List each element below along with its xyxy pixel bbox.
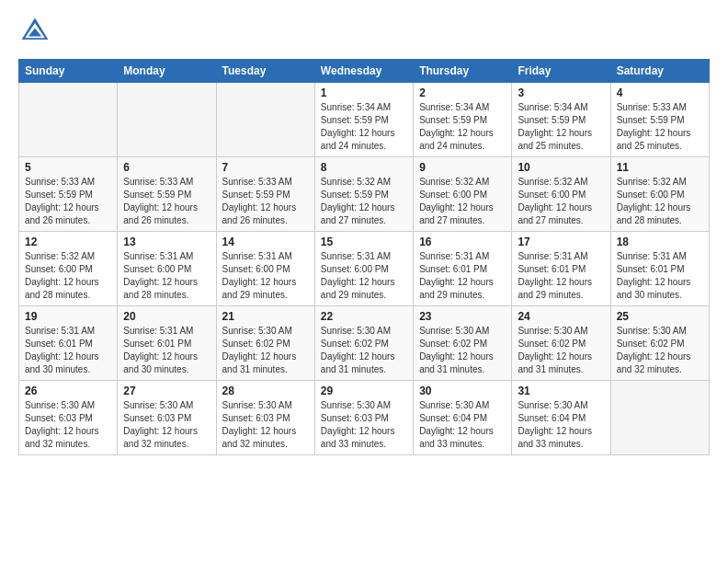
day-info: Sunrise: 5:30 AM Sunset: 6:03 PM Dayligh… bbox=[222, 399, 309, 451]
day-info: Sunrise: 5:30 AM Sunset: 6:03 PM Dayligh… bbox=[25, 399, 111, 451]
calendar-day-cell: 11Sunrise: 5:32 AM Sunset: 6:00 PM Dayli… bbox=[610, 157, 709, 232]
day-info: Sunrise: 5:33 AM Sunset: 5:59 PM Dayligh… bbox=[222, 176, 309, 227]
calendar-day-cell: 1Sunrise: 5:34 AM Sunset: 5:59 PM Daylig… bbox=[314, 83, 413, 157]
calendar-day-cell: 27Sunrise: 5:30 AM Sunset: 6:03 PM Dayli… bbox=[118, 381, 216, 455]
day-info: Sunrise: 5:30 AM Sunset: 6:02 PM Dayligh… bbox=[222, 325, 309, 376]
day-number: 6 bbox=[123, 161, 210, 174]
day-number: 24 bbox=[518, 310, 604, 323]
day-info: Sunrise: 5:30 AM Sunset: 6:02 PM Dayligh… bbox=[518, 325, 604, 376]
day-number: 29 bbox=[321, 385, 407, 397]
day-header-monday: Monday bbox=[118, 60, 216, 83]
day-number: 9 bbox=[419, 161, 506, 174]
day-number: 7 bbox=[222, 161, 309, 174]
day-info: Sunrise: 5:32 AM Sunset: 5:59 PM Dayligh… bbox=[321, 176, 407, 227]
day-info: Sunrise: 5:30 AM Sunset: 6:02 PM Dayligh… bbox=[419, 325, 506, 376]
day-info: Sunrise: 5:30 AM Sunset: 6:03 PM Dayligh… bbox=[123, 399, 210, 451]
calendar-empty-cell bbox=[19, 83, 118, 157]
day-number: 25 bbox=[617, 310, 703, 323]
day-header-saturday: Saturday bbox=[610, 60, 709, 83]
day-header-friday: Friday bbox=[512, 60, 610, 83]
calendar-week-row: 19Sunrise: 5:31 AM Sunset: 6:01 PM Dayli… bbox=[19, 306, 710, 381]
day-info: Sunrise: 5:32 AM Sunset: 6:00 PM Dayligh… bbox=[617, 176, 703, 227]
day-info: Sunrise: 5:31 AM Sunset: 6:01 PM Dayligh… bbox=[518, 250, 604, 302]
calendar-day-cell: 5Sunrise: 5:33 AM Sunset: 5:59 PM Daylig… bbox=[19, 157, 118, 232]
logo bbox=[18, 15, 53, 48]
calendar-day-cell: 26Sunrise: 5:30 AM Sunset: 6:03 PM Dayli… bbox=[19, 381, 118, 455]
calendar-week-row: 1Sunrise: 5:34 AM Sunset: 5:59 PM Daylig… bbox=[19, 83, 710, 157]
day-info: Sunrise: 5:33 AM Sunset: 5:59 PM Dayligh… bbox=[617, 101, 703, 153]
calendar-day-cell: 16Sunrise: 5:31 AM Sunset: 6:01 PM Dayli… bbox=[414, 232, 512, 306]
day-number: 5 bbox=[25, 161, 111, 174]
day-number: 16 bbox=[419, 236, 506, 248]
day-info: Sunrise: 5:31 AM Sunset: 6:00 PM Dayligh… bbox=[123, 250, 210, 302]
calendar-day-cell: 2Sunrise: 5:34 AM Sunset: 5:59 PM Daylig… bbox=[414, 83, 512, 157]
day-header-wednesday: Wednesday bbox=[314, 60, 413, 83]
day-number: 3 bbox=[518, 86, 604, 99]
day-info: Sunrise: 5:31 AM Sunset: 6:01 PM Dayligh… bbox=[617, 250, 703, 302]
day-number: 18 bbox=[617, 236, 703, 248]
day-info: Sunrise: 5:33 AM Sunset: 5:59 PM Dayligh… bbox=[123, 176, 210, 227]
day-info: Sunrise: 5:31 AM Sunset: 6:01 PM Dayligh… bbox=[123, 325, 210, 376]
calendar-day-cell: 28Sunrise: 5:30 AM Sunset: 6:03 PM Dayli… bbox=[216, 381, 314, 455]
calendar-day-cell: 19Sunrise: 5:31 AM Sunset: 6:01 PM Dayli… bbox=[19, 306, 118, 381]
day-number: 2 bbox=[419, 86, 506, 99]
day-number: 21 bbox=[222, 310, 309, 323]
day-number: 14 bbox=[222, 236, 309, 248]
calendar-day-cell: 10Sunrise: 5:32 AM Sunset: 6:00 PM Dayli… bbox=[512, 157, 610, 232]
calendar-table: SundayMondayTuesdayWednesdayThursdayFrid… bbox=[18, 59, 710, 455]
calendar-day-cell: 25Sunrise: 5:30 AM Sunset: 6:02 PM Dayli… bbox=[610, 306, 709, 381]
calendar-day-cell: 30Sunrise: 5:30 AM Sunset: 6:04 PM Dayli… bbox=[414, 381, 512, 455]
calendar-day-cell: 29Sunrise: 5:30 AM Sunset: 6:03 PM Dayli… bbox=[314, 381, 413, 455]
day-info: Sunrise: 5:33 AM Sunset: 5:59 PM Dayligh… bbox=[25, 176, 111, 227]
calendar-week-row: 26Sunrise: 5:30 AM Sunset: 6:03 PM Dayli… bbox=[19, 381, 710, 455]
day-info: Sunrise: 5:30 AM Sunset: 6:02 PM Dayligh… bbox=[321, 325, 407, 376]
day-number: 17 bbox=[518, 236, 604, 248]
calendar-day-cell: 31Sunrise: 5:30 AM Sunset: 6:04 PM Dayli… bbox=[512, 381, 610, 455]
day-header-thursday: Thursday bbox=[414, 60, 512, 83]
calendar-week-row: 12Sunrise: 5:32 AM Sunset: 6:00 PM Dayli… bbox=[19, 232, 710, 306]
calendar-header-row: SundayMondayTuesdayWednesdayThursdayFrid… bbox=[19, 60, 710, 83]
day-info: Sunrise: 5:32 AM Sunset: 6:00 PM Dayligh… bbox=[419, 176, 506, 227]
day-number: 31 bbox=[518, 385, 604, 397]
calendar-empty-cell bbox=[118, 83, 216, 157]
header bbox=[18, 15, 710, 48]
day-number: 1 bbox=[321, 86, 407, 99]
day-number: 8 bbox=[321, 161, 407, 174]
day-info: Sunrise: 5:30 AM Sunset: 6:02 PM Dayligh… bbox=[617, 325, 703, 376]
calendar-day-cell: 22Sunrise: 5:30 AM Sunset: 6:02 PM Dayli… bbox=[314, 306, 413, 381]
day-number: 13 bbox=[123, 236, 210, 248]
calendar-day-cell: 7Sunrise: 5:33 AM Sunset: 5:59 PM Daylig… bbox=[216, 157, 314, 232]
day-info: Sunrise: 5:31 AM Sunset: 6:01 PM Dayligh… bbox=[419, 250, 506, 302]
day-info: Sunrise: 5:32 AM Sunset: 6:00 PM Dayligh… bbox=[25, 250, 111, 302]
calendar-day-cell: 21Sunrise: 5:30 AM Sunset: 6:02 PM Dayli… bbox=[216, 306, 314, 381]
calendar-day-cell: 9Sunrise: 5:32 AM Sunset: 6:00 PM Daylig… bbox=[414, 157, 512, 232]
day-info: Sunrise: 5:31 AM Sunset: 6:00 PM Dayligh… bbox=[321, 250, 407, 302]
day-info: Sunrise: 5:30 AM Sunset: 6:04 PM Dayligh… bbox=[419, 399, 506, 451]
day-info: Sunrise: 5:32 AM Sunset: 6:00 PM Dayligh… bbox=[518, 176, 604, 227]
calendar-empty-cell bbox=[216, 83, 314, 157]
day-number: 27 bbox=[123, 385, 210, 397]
day-info: Sunrise: 5:31 AM Sunset: 6:00 PM Dayligh… bbox=[222, 250, 309, 302]
calendar-day-cell: 17Sunrise: 5:31 AM Sunset: 6:01 PM Dayli… bbox=[512, 232, 610, 306]
calendar-day-cell: 6Sunrise: 5:33 AM Sunset: 5:59 PM Daylig… bbox=[118, 157, 216, 232]
calendar-day-cell: 23Sunrise: 5:30 AM Sunset: 6:02 PM Dayli… bbox=[414, 306, 512, 381]
day-info: Sunrise: 5:30 AM Sunset: 6:04 PM Dayligh… bbox=[518, 399, 604, 451]
calendar-day-cell: 13Sunrise: 5:31 AM Sunset: 6:00 PM Dayli… bbox=[118, 232, 216, 306]
logo-icon bbox=[18, 15, 51, 48]
calendar-day-cell: 3Sunrise: 5:34 AM Sunset: 5:59 PM Daylig… bbox=[512, 83, 610, 157]
calendar-day-cell: 24Sunrise: 5:30 AM Sunset: 6:02 PM Dayli… bbox=[512, 306, 610, 381]
day-number: 19 bbox=[25, 310, 111, 323]
calendar-day-cell: 20Sunrise: 5:31 AM Sunset: 6:01 PM Dayli… bbox=[118, 306, 216, 381]
day-info: Sunrise: 5:34 AM Sunset: 5:59 PM Dayligh… bbox=[321, 101, 407, 153]
day-number: 12 bbox=[25, 236, 111, 248]
day-number: 28 bbox=[222, 385, 309, 397]
day-number: 11 bbox=[617, 161, 703, 174]
page: SundayMondayTuesdayWednesdayThursdayFrid… bbox=[0, 0, 728, 470]
calendar-week-row: 5Sunrise: 5:33 AM Sunset: 5:59 PM Daylig… bbox=[19, 157, 710, 232]
calendar-day-cell: 8Sunrise: 5:32 AM Sunset: 5:59 PM Daylig… bbox=[314, 157, 413, 232]
day-header-tuesday: Tuesday bbox=[216, 60, 314, 83]
calendar-day-cell: 12Sunrise: 5:32 AM Sunset: 6:00 PM Dayli… bbox=[19, 232, 118, 306]
day-number: 20 bbox=[123, 310, 210, 323]
calendar-day-cell: 18Sunrise: 5:31 AM Sunset: 6:01 PM Dayli… bbox=[610, 232, 709, 306]
day-info: Sunrise: 5:34 AM Sunset: 5:59 PM Dayligh… bbox=[518, 101, 604, 153]
